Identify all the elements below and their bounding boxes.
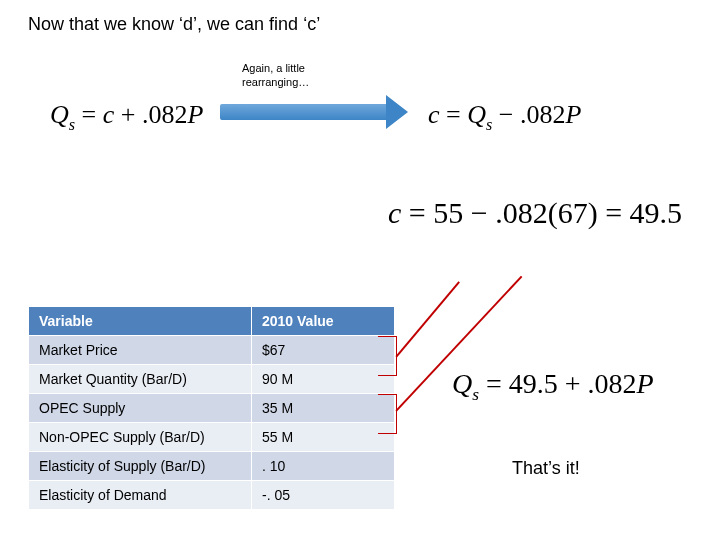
cell-variable: Elasticity of Demand [29, 481, 252, 510]
connector-line [395, 281, 459, 357]
table-row: Market Quantity (Bar/D) 90 M [29, 365, 395, 394]
equation-qs-original: Qs = c + .082P [50, 100, 203, 133]
cell-variable: Non-OPEC Supply (Bar/D) [29, 423, 252, 452]
variables-table: Variable 2010 Value Market Price $67 Mar… [28, 306, 395, 510]
cell-value: 35 M [252, 394, 395, 423]
table-header-value: 2010 Value [252, 307, 395, 336]
cell-variable: OPEC Supply [29, 394, 252, 423]
cell-variable: Market Price [29, 336, 252, 365]
cell-value: . 10 [252, 452, 395, 481]
equation-qs-final: Qs = 49.5 + .082P [452, 368, 654, 405]
arrow-bar [220, 104, 390, 120]
arrow-head-icon [386, 95, 408, 129]
cell-variable: Elasticity of Supply (Bar/D) [29, 452, 252, 481]
slide-title: Now that we know ‘d’, we can find ‘c’ [28, 14, 320, 35]
bracket-supply [378, 394, 397, 434]
table-header-variable: Variable [29, 307, 252, 336]
cell-value: 90 M [252, 365, 395, 394]
equation-c-numeric: c = 55 − .082(67) = 49.5 [388, 196, 682, 230]
equation-c-solved: c = Qs − .082P [428, 100, 581, 133]
table-row: Elasticity of Demand -. 05 [29, 481, 395, 510]
cell-value: -. 05 [252, 481, 395, 510]
cell-variable: Market Quantity (Bar/D) [29, 365, 252, 394]
table-row: Elasticity of Supply (Bar/D) . 10 [29, 452, 395, 481]
cell-value: 55 M [252, 423, 395, 452]
transform-arrow [220, 98, 406, 128]
table-row: Non-OPEC Supply (Bar/D) 55 M [29, 423, 395, 452]
table-row: Market Price $67 [29, 336, 395, 365]
cell-value: $67 [252, 336, 395, 365]
thats-it-label: That’s it! [512, 458, 580, 479]
rearranging-caption: Again, a little rearranging… [242, 62, 332, 90]
table-row: OPEC Supply 35 M [29, 394, 395, 423]
